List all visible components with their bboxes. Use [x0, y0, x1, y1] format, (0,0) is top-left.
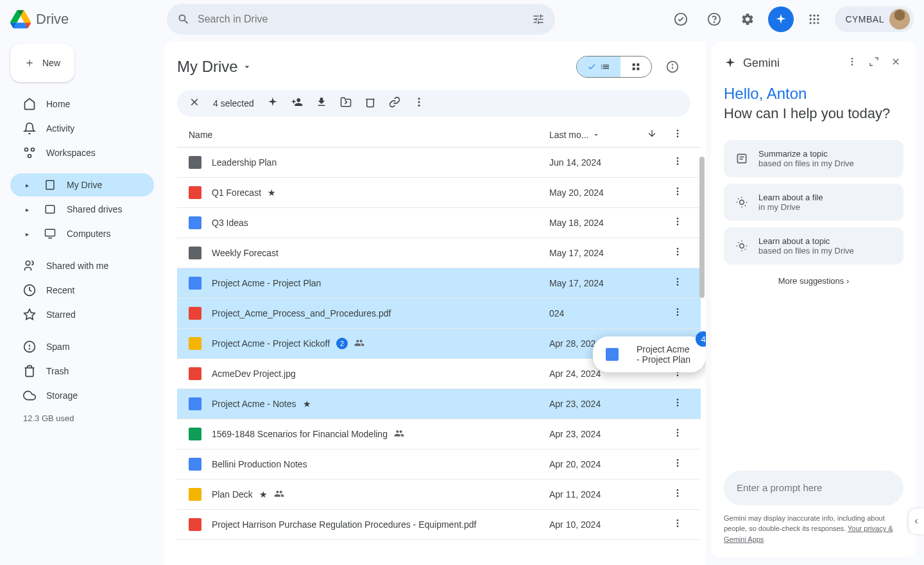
- delete-action-icon[interactable]: [364, 96, 376, 110]
- svg-point-56: [677, 374, 679, 376]
- file-menu-button[interactable]: [665, 428, 690, 440]
- suggestion-icon: [734, 195, 749, 210]
- sidebar-item-activity[interactable]: Activity: [10, 117, 154, 140]
- more-suggestions-button[interactable]: More suggestions ›: [724, 276, 903, 286]
- svg-point-67: [677, 492, 679, 494]
- share-action-icon[interactable]: [291, 96, 303, 110]
- file-row[interactable]: Project Acme - Notes★Apr 23, 2024: [177, 389, 701, 419]
- file-menu-button[interactable]: [665, 277, 690, 290]
- file-menu-button[interactable]: [665, 216, 690, 229]
- file-row[interactable]: Bellini Production NotesApr 20, 2024: [177, 449, 701, 480]
- file-menu-button[interactable]: [665, 307, 690, 320]
- gemini-more-icon[interactable]: [844, 54, 860, 72]
- column-date[interactable]: Last mo...: [549, 130, 639, 140]
- file-menu-button[interactable]: [665, 397, 690, 410]
- computers-icon: [44, 227, 56, 240]
- gemini-close-icon[interactable]: [888, 54, 903, 72]
- chevron-right-icon: ▸: [26, 206, 33, 213]
- link-action-icon[interactable]: [389, 96, 400, 110]
- svg-point-14: [28, 155, 31, 158]
- bell-icon: [23, 122, 36, 135]
- file-type-icon: [189, 307, 201, 320]
- file-type-icon: [189, 277, 201, 290]
- selection-count: 4 selected: [213, 98, 254, 109]
- download-action-icon[interactable]: [316, 96, 327, 110]
- suggestion-item[interactable]: Learn about a topicbased on files in my …: [724, 227, 903, 265]
- apps-icon[interactable]: [801, 6, 827, 32]
- svg-point-6: [810, 18, 812, 20]
- column-menu-button[interactable]: [665, 128, 690, 141]
- gemini-prompt-input[interactable]: [737, 482, 891, 493]
- svg-point-50: [677, 314, 679, 316]
- breadcrumb[interactable]: My Drive: [177, 58, 252, 76]
- sidebar-item-storage[interactable]: Storage: [10, 384, 154, 407]
- file-row[interactable]: Leadership PlanJun 14, 2024: [177, 148, 701, 178]
- file-type-icon: [189, 337, 201, 350]
- svg-point-30: [677, 130, 679, 132]
- trash-icon: [23, 365, 36, 378]
- suggestion-item[interactable]: Learn about a filein my Drive: [724, 184, 903, 221]
- sidebar-item-my-drive[interactable]: ▸My Drive: [10, 173, 154, 196]
- sidebar-item-starred[interactable]: Starred: [10, 303, 154, 326]
- file-menu-button[interactable]: [665, 186, 690, 199]
- sort-direction-button[interactable]: [639, 128, 665, 141]
- breadcrumb-label: My Drive: [177, 58, 238, 76]
- svg-point-79: [740, 244, 744, 248]
- info-icon[interactable]: [660, 54, 685, 80]
- gemini-prompt-box[interactable]: [724, 471, 903, 505]
- column-name[interactable]: Name: [189, 130, 549, 140]
- file-row[interactable]: Plan Deck★Apr 11, 2024: [177, 480, 701, 510]
- svg-point-46: [677, 281, 679, 283]
- file-row[interactable]: Project Harrison Purchase Regulation Pro…: [177, 510, 701, 540]
- svg-point-2: [714, 22, 715, 22]
- file-row[interactable]: Project Acme - Project PlanMay 17, 2024: [177, 268, 701, 299]
- grid-view-button[interactable]: [620, 56, 651, 77]
- sidebar-item-workspaces[interactable]: Workspaces: [10, 141, 154, 164]
- clear-selection-button[interactable]: [189, 96, 200, 110]
- file-menu-button[interactable]: [665, 488, 690, 501]
- offline-ready-icon[interactable]: [668, 6, 694, 32]
- account-switcher[interactable]: CYMBAL: [835, 6, 914, 32]
- file-menu-button[interactable]: [665, 156, 690, 169]
- file-row[interactable]: Q1 Forecast★May 20, 2024: [177, 178, 701, 208]
- move-action-icon[interactable]: [340, 96, 352, 110]
- svg-point-7: [814, 18, 816, 20]
- chevron-down-icon: [242, 62, 252, 72]
- suggestion-item[interactable]: Summarize a topicbased on files in my Dr…: [724, 140, 903, 177]
- gemini-spark-button[interactable]: [768, 6, 794, 32]
- list-view-button[interactable]: [577, 56, 620, 77]
- scrollbar[interactable]: [699, 157, 705, 298]
- file-menu-button[interactable]: [665, 247, 690, 259]
- sidebar-item-home[interactable]: Home: [10, 92, 154, 116]
- sidebar-item-shared-with-me[interactable]: Shared with me: [10, 254, 154, 277]
- file-menu-button[interactable]: [665, 458, 690, 471]
- file-row[interactable]: Weekly ForecastMay 17, 2024: [177, 238, 701, 268]
- help-icon[interactable]: [701, 6, 727, 32]
- side-panel-toggle[interactable]: [909, 509, 924, 534]
- new-button[interactable]: New: [10, 44, 74, 82]
- gemini-disclaimer: Gemini may display inaccurate info, incl…: [724, 513, 903, 545]
- settings-icon[interactable]: [735, 6, 760, 32]
- svg-point-44: [677, 254, 679, 256]
- sidebar-item-computers[interactable]: ▸Computers: [10, 222, 154, 245]
- gemini-action-icon[interactable]: [267, 96, 278, 110]
- file-row[interactable]: Q3 IdeasMay 18, 2024: [177, 208, 701, 238]
- logo-area[interactable]: Drive: [10, 9, 164, 30]
- sidebar-item-shared-drives[interactable]: ▸Shared drives: [10, 198, 154, 221]
- file-row[interactable]: 1569-1848 Scenarios for Financial Modeli…: [177, 419, 701, 449]
- gemini-panel: Gemini Hello, Anton How can I help you t…: [711, 41, 916, 557]
- file-menu-button[interactable]: [665, 518, 690, 531]
- gemini-expand-icon[interactable]: [866, 54, 882, 72]
- file-row[interactable]: Project_Acme_Process_and_Procedures.pdf0…: [177, 299, 701, 329]
- gemini-greeting: Hello, Anton: [724, 85, 903, 103]
- svg-point-34: [677, 161, 679, 162]
- search-bar[interactable]: [167, 4, 555, 35]
- more-action-icon[interactable]: [413, 96, 425, 110]
- app-header: Drive CYMBAL: [0, 0, 924, 39]
- sidebar-item-trash[interactable]: Trash: [10, 360, 154, 383]
- sidebar-item-recent[interactable]: Recent: [10, 279, 154, 302]
- svg-point-10: [814, 22, 816, 24]
- sidebar-item-spam[interactable]: Spam: [10, 335, 154, 358]
- search-options-icon[interactable]: [532, 13, 545, 26]
- search-input[interactable]: [198, 13, 532, 25]
